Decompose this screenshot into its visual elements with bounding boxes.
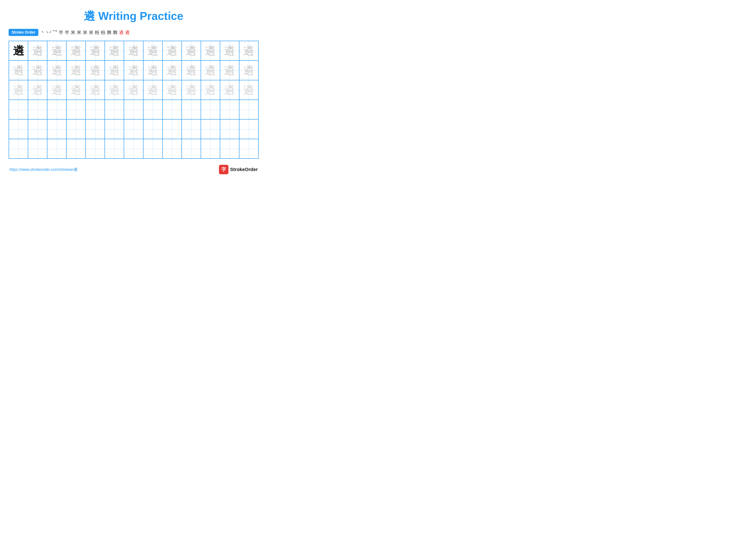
grid-cell-4-10[interactable] xyxy=(182,100,201,119)
grid-cell-6-4[interactable] xyxy=(67,139,86,158)
grid-cell-2-13[interactable]: 遴 xyxy=(239,61,258,80)
stroke-3: 乛 xyxy=(53,29,57,36)
grid-cell-3-11[interactable]: 遴 xyxy=(201,80,220,99)
grid-cell-5-12[interactable] xyxy=(220,119,239,139)
grid-cell-1-2[interactable]: 遴 xyxy=(28,41,47,60)
grid-cell-2-4[interactable]: 遴 xyxy=(67,61,86,80)
grid-cell-5-11[interactable] xyxy=(201,119,220,139)
stroke-14: 遴 xyxy=(119,29,124,36)
grid-cell-3-13[interactable]: 遴 xyxy=(239,80,258,99)
grid-cell-4-1[interactable] xyxy=(9,100,28,119)
stroke-order-chars: 丶 丷 乛 半 半 米 米 米 米 粉 粉 舞 舞 遴 遴 xyxy=(40,29,130,36)
grid-cell-2-10[interactable]: 遴 xyxy=(182,61,201,80)
grid-cell-1-7[interactable]: 遴 xyxy=(124,41,143,60)
grid-cell-5-10[interactable] xyxy=(182,119,201,139)
grid-cell-1-8[interactable]: 遴 xyxy=(144,41,163,60)
grid-cell-3-12[interactable]: 遴 xyxy=(220,80,239,99)
stroke-2: 丷 xyxy=(46,29,51,36)
grid-cell-2-9[interactable]: 遴 xyxy=(163,61,182,80)
grid-row-6 xyxy=(9,139,258,158)
grid-cell-3-5[interactable]: 遴 xyxy=(86,80,105,99)
grid-cell-6-1[interactable] xyxy=(9,139,28,158)
grid-cell-4-3[interactable] xyxy=(47,100,67,119)
grid-cell-6-9[interactable] xyxy=(163,139,182,158)
grid-cell-5-3[interactable] xyxy=(47,119,67,139)
grid-cell-3-8[interactable]: 遴 xyxy=(144,80,163,99)
stroke-15: 遴 xyxy=(125,29,130,36)
grid-cell-5-6[interactable] xyxy=(105,119,124,139)
grid-cell-4-11[interactable] xyxy=(201,100,220,119)
grid-cell-3-10[interactable]: 遴 xyxy=(182,80,201,99)
grid-cell-3-3[interactable]: 遴 xyxy=(47,80,67,99)
grid-row-3: 遴 遴 遴 遴 遴 遴 遴 遴 遴 遴 遴 遴 遴 xyxy=(9,80,258,100)
grid-cell-4-8[interactable] xyxy=(144,100,163,119)
grid-cell-3-6[interactable]: 遴 xyxy=(105,80,124,99)
char-dark: 遴 xyxy=(13,45,24,57)
grid-cell-2-11[interactable]: 遴 xyxy=(201,61,220,80)
stroke-5: 半 xyxy=(65,29,69,36)
stroke-9: 米 xyxy=(89,29,94,36)
grid-cell-1-13[interactable]: 遴 xyxy=(239,41,258,60)
grid-cell-2-5[interactable]: 遴 xyxy=(86,61,105,80)
grid-cell-6-7[interactable] xyxy=(124,139,143,158)
stroke-6: 米 xyxy=(71,29,75,36)
brand-name: StrokeOrder xyxy=(230,167,258,172)
stroke-10: 粉 xyxy=(95,29,99,36)
grid-cell-5-1[interactable] xyxy=(9,119,28,139)
stroke-13: 舞 xyxy=(113,29,118,36)
grid-row-5 xyxy=(9,119,258,139)
stroke-4: 半 xyxy=(59,29,63,36)
grid-cell-1-9[interactable]: 遴 xyxy=(163,41,182,60)
grid-cell-3-9[interactable]: 遴 xyxy=(163,80,182,99)
grid-cell-6-3[interactable] xyxy=(47,139,67,158)
grid-cell-1-10[interactable]: 遴 xyxy=(182,41,201,60)
grid-cell-2-2[interactable]: 遴 xyxy=(28,61,47,80)
grid-cell-5-8[interactable] xyxy=(144,119,163,139)
grid-cell-6-6[interactable] xyxy=(105,139,124,158)
grid-cell-4-9[interactable] xyxy=(163,100,182,119)
page-title: 遴 Writing Practice xyxy=(9,9,258,24)
grid-cell-6-10[interactable] xyxy=(182,139,201,158)
grid-cell-5-4[interactable] xyxy=(67,119,86,139)
grid-cell-3-1[interactable]: 遴 xyxy=(9,80,28,99)
grid-cell-3-7[interactable]: 遴 xyxy=(124,80,143,99)
grid-cell-2-12[interactable]: 遴 xyxy=(220,61,239,80)
grid-row-1: 遴 遴 遴 遴 遴 遴 遴 遴 遴 遴 遴 遴 遴 xyxy=(9,41,258,61)
grid-cell-4-7[interactable] xyxy=(124,100,143,119)
grid-cell-2-3[interactable]: 遴 xyxy=(47,61,67,80)
grid-cell-6-13[interactable] xyxy=(239,139,258,158)
grid-cell-1-11[interactable]: 遴 xyxy=(201,41,220,60)
grid-cell-5-9[interactable] xyxy=(163,119,182,139)
grid-cell-3-2[interactable]: 遴 xyxy=(28,80,47,99)
footer-url[interactable]: https://www.strokeorder.com/chinese/遴 xyxy=(10,167,78,172)
grid-cell-1-12[interactable]: 遴 xyxy=(220,41,239,60)
grid-cell-5-5[interactable] xyxy=(86,119,105,139)
grid-cell-4-4[interactable] xyxy=(67,100,86,119)
grid-cell-4-2[interactable] xyxy=(28,100,47,119)
grid-cell-5-13[interactable] xyxy=(239,119,258,139)
grid-cell-5-7[interactable] xyxy=(124,119,143,139)
grid-cell-1-6[interactable]: 遴 xyxy=(105,41,124,60)
grid-cell-4-13[interactable] xyxy=(239,100,258,119)
stroke-order-row: Stroke Order 丶 丷 乛 半 半 米 米 米 米 粉 粉 舞 舞 遴… xyxy=(9,29,258,36)
grid-cell-2-7[interactable]: 遴 xyxy=(124,61,143,80)
grid-cell-5-2[interactable] xyxy=(28,119,47,139)
grid-cell-2-1[interactable]: 遴 xyxy=(9,61,28,80)
grid-cell-6-12[interactable] xyxy=(220,139,239,158)
grid-cell-6-11[interactable] xyxy=(201,139,220,158)
grid-cell-2-6[interactable]: 遴 xyxy=(105,61,124,80)
grid-cell-1-5[interactable]: 遴 xyxy=(86,41,105,60)
grid-cell-4-6[interactable] xyxy=(105,100,124,119)
grid-cell-2-8[interactable]: 遴 xyxy=(144,61,163,80)
grid-cell-6-8[interactable] xyxy=(144,139,163,158)
grid-cell-4-5[interactable] xyxy=(86,100,105,119)
grid-row-4 xyxy=(9,100,258,119)
grid-cell-1-4[interactable]: 遴 xyxy=(67,41,86,60)
grid-cell-6-2[interactable] xyxy=(28,139,47,158)
grid-cell-1-3[interactable]: 遴 xyxy=(47,41,67,60)
grid-cell-6-5[interactable] xyxy=(86,139,105,158)
grid-cell-4-12[interactable] xyxy=(220,100,239,119)
stroke-7: 米 xyxy=(77,29,81,36)
grid-cell-1-1[interactable]: 遴 xyxy=(9,41,28,60)
grid-cell-3-4[interactable]: 遴 xyxy=(67,80,86,99)
